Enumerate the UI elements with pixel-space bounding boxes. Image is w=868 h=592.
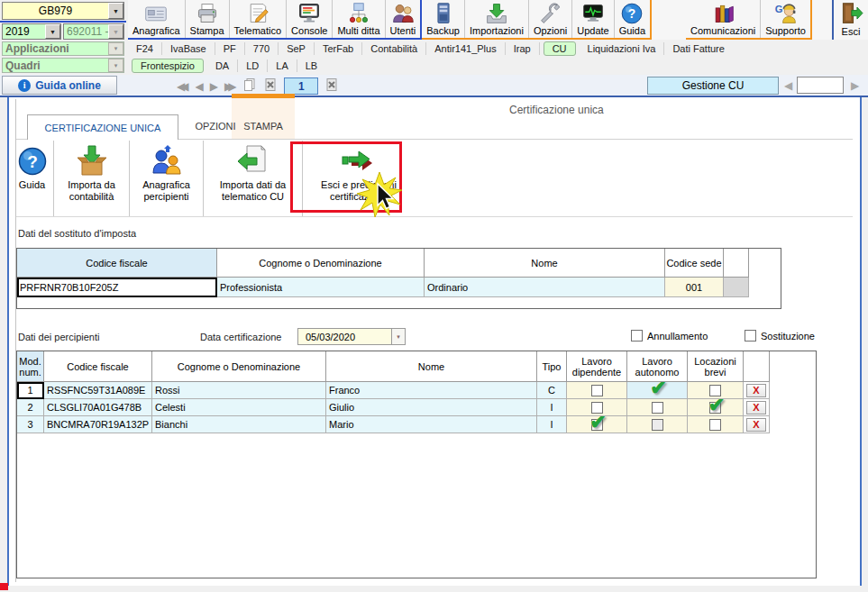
mod-num-cell[interactable]: 1 bbox=[17, 382, 44, 399]
importazioni-button[interactable]: Importazioni bbox=[464, 0, 528, 38]
year-combo[interactable]: 2019 ▼ bbox=[2, 23, 61, 40]
certificazione-unica-panel: Certificazione unica CERTIFICAZIONE UNIC… bbox=[7, 97, 862, 586]
product-combo[interactable]: GB979 ▼ bbox=[2, 2, 124, 20]
dropdown-arrow-icon[interactable]: ▼ bbox=[45, 24, 60, 39]
delete-row-button[interactable]: X bbox=[746, 401, 766, 414]
lavoro-autonomo-checkbox[interactable]: ✔ bbox=[627, 399, 688, 416]
scroll-left-icon[interactable]: ◀ bbox=[784, 79, 792, 92]
tipo-cell[interactable]: C bbox=[537, 382, 567, 399]
lavoro-dipendente-checkbox[interactable]: ✔ bbox=[567, 399, 627, 416]
opzioni-label: Opzioni bbox=[534, 25, 567, 36]
tab-cu-selected[interactable]: CU bbox=[544, 41, 576, 56]
previous-record-icon[interactable]: ◀ bbox=[195, 80, 203, 93]
svg-text:?: ? bbox=[628, 6, 635, 21]
data-certificazione-picker[interactable]: 05/03/2020 ▾ bbox=[297, 328, 406, 345]
tab-lb[interactable]: LB bbox=[297, 59, 325, 72]
delete-row-button[interactable]: X bbox=[746, 418, 766, 432]
sostituto-codice-sede-cell[interactable]: 001 bbox=[665, 278, 724, 297]
tab-antir141plus[interactable]: Antir141_Plus bbox=[426, 42, 506, 55]
importa-telematico-button[interactable]: Importa dati da telematico CU bbox=[204, 141, 303, 216]
lavoro-autonomo-checkbox[interactable]: ✔ bbox=[627, 416, 688, 433]
locazioni-brevi-checkbox[interactable]: ✔ bbox=[688, 416, 744, 433]
header-codice-sede: Codice sede bbox=[665, 249, 724, 278]
console-button[interactable]: Console bbox=[286, 0, 332, 38]
first-record-icon[interactable]: ◀◀ bbox=[177, 80, 188, 93]
quadri-combo[interactable]: Quadri ▾ bbox=[2, 58, 124, 73]
next-record-icon[interactable]: ▶ bbox=[210, 80, 218, 93]
dropdown-arrow-icon[interactable]: ▾ bbox=[391, 329, 405, 344]
delete-record-icon[interactable] bbox=[324, 77, 339, 95]
sostituzione-checkbox[interactable] bbox=[745, 330, 756, 342]
lavoro-dipendente-checkbox[interactable]: ✔ bbox=[567, 382, 627, 399]
sostituto-cognome-cell[interactable]: Professionista bbox=[217, 278, 425, 297]
opzioni-button[interactable]: Opzioni bbox=[528, 0, 571, 38]
nome-cell[interactable]: Giulio bbox=[326, 399, 537, 416]
esci-button[interactable]: Esci bbox=[832, 0, 868, 40]
cognome-cell[interactable]: Rossi bbox=[152, 382, 326, 399]
tab-irap[interactable]: Irap bbox=[506, 42, 540, 55]
tipo-cell[interactable]: I bbox=[537, 416, 567, 433]
tab-770[interactable]: 770 bbox=[245, 42, 279, 55]
sostituto-nome-cell[interactable]: Ordinario bbox=[425, 278, 665, 297]
tab-dati-fatture[interactable]: Dati Fatture bbox=[664, 42, 732, 55]
tab-terfab[interactable]: TerFab bbox=[315, 42, 362, 55]
delete-record-icon[interactable] bbox=[263, 77, 278, 95]
annullamento-checkbox[interactable] bbox=[631, 330, 643, 342]
guida-action-button[interactable]: ? Guida bbox=[11, 141, 54, 216]
tipo-cell[interactable]: I bbox=[537, 399, 567, 416]
codice-fiscale-cell[interactable]: RSSFNC59T31A089E bbox=[44, 382, 152, 399]
comunicazioni-button[interactable]: Comunicazioni bbox=[686, 0, 760, 38]
locazioni-brevi-checkbox[interactable]: ✔ bbox=[688, 382, 744, 399]
tab-ivabase[interactable]: IvaBase bbox=[162, 42, 215, 55]
copy-record-icon[interactable] bbox=[242, 77, 257, 95]
guida-online-button[interactable]: i Guida online bbox=[2, 76, 117, 95]
codice-fiscale-cell[interactable]: CLSGLI70A01G478B bbox=[44, 399, 152, 416]
tab-ld[interactable]: LD bbox=[238, 59, 268, 72]
importa-contabilita-button[interactable]: Importa da contabilità bbox=[54, 141, 130, 216]
tab-f24[interactable]: F24 bbox=[128, 42, 162, 55]
company-code-combo[interactable]: 692011 - ▼ bbox=[63, 23, 124, 40]
record-spinner-box[interactable] bbox=[797, 77, 844, 94]
record-number-box[interactable]: 1 bbox=[284, 77, 318, 95]
gestione-cu-button[interactable]: Gestione CU bbox=[647, 77, 779, 95]
last-record-icon[interactable]: ▶▶ bbox=[224, 80, 236, 93]
mod-num-cell[interactable]: 3 bbox=[17, 416, 44, 433]
delete-row-button[interactable]: X bbox=[746, 384, 766, 397]
sostituto-codice-fiscale-cell[interactable]: PRFRNR70B10F205Z bbox=[17, 278, 217, 297]
tab-la[interactable]: LA bbox=[268, 59, 297, 72]
applicazioni-combo[interactable]: Applicazioni ▾ bbox=[2, 41, 124, 56]
guida-button[interactable]: ? Guida bbox=[614, 0, 650, 38]
dropdown-arrow-icon[interactable]: ▼ bbox=[108, 3, 123, 19]
tab-frontespizio-selected[interactable]: Frontespizio bbox=[132, 59, 204, 73]
locazioni-brevi-checkbox[interactable]: ✔ bbox=[688, 399, 744, 416]
tab-liquidazioni-iva[interactable]: Liquidazioni Iva bbox=[580, 42, 665, 55]
anagrafica-label: Anagrafica bbox=[132, 25, 180, 36]
lavoro-dipendente-checkbox[interactable]: ✔ bbox=[567, 416, 627, 433]
cognome-cell[interactable]: Bianchi bbox=[152, 416, 326, 433]
lavoro-autonomo-checkbox[interactable]: ✔ bbox=[627, 382, 688, 399]
dropdown-arrow-icon[interactable]: ▾ bbox=[108, 59, 123, 72]
tab-certificazione-unica[interactable]: CERTIFICAZIONE UNICA bbox=[27, 114, 178, 140]
tab-da[interactable]: DA bbox=[207, 59, 238, 72]
telematico-button[interactable]: Telematico bbox=[229, 0, 287, 38]
scroll-right-icon[interactable]: ▶ bbox=[851, 79, 859, 92]
tab-contabilita[interactable]: Contabilità bbox=[362, 42, 426, 55]
cognome-cell[interactable]: Celesti bbox=[152, 399, 326, 416]
mod-num-cell[interactable]: 2 bbox=[17, 399, 44, 416]
backup-button[interactable]: Backup bbox=[422, 0, 464, 38]
stampa-button[interactable]: Stampa bbox=[185, 0, 229, 38]
tab-sep[interactable]: SeP bbox=[279, 42, 315, 55]
nome-cell[interactable]: Franco bbox=[326, 382, 537, 399]
dropdown-arrow-icon[interactable]: ▾ bbox=[108, 42, 123, 55]
codice-fiscale-cell[interactable]: BNCMRA70R19A132P bbox=[44, 416, 152, 433]
nome-cell[interactable]: Mario bbox=[326, 416, 537, 433]
update-button[interactable]: Update bbox=[571, 0, 613, 38]
tab-pf[interactable]: PF bbox=[215, 42, 245, 55]
utenti-button[interactable]: Utenti bbox=[385, 0, 421, 38]
tab-stampa[interactable]: STAMPA bbox=[232, 121, 295, 132]
product-underline bbox=[0, 21, 126, 23]
supporto-button[interactable]: G Supporto bbox=[760, 0, 810, 38]
anagrafica-button[interactable]: Anagrafica bbox=[128, 0, 185, 38]
anagrafica-percipienti-button[interactable]: Anagrafica percipienti bbox=[130, 141, 204, 216]
multi-ditta-button[interactable]: Multi ditta bbox=[332, 0, 384, 38]
